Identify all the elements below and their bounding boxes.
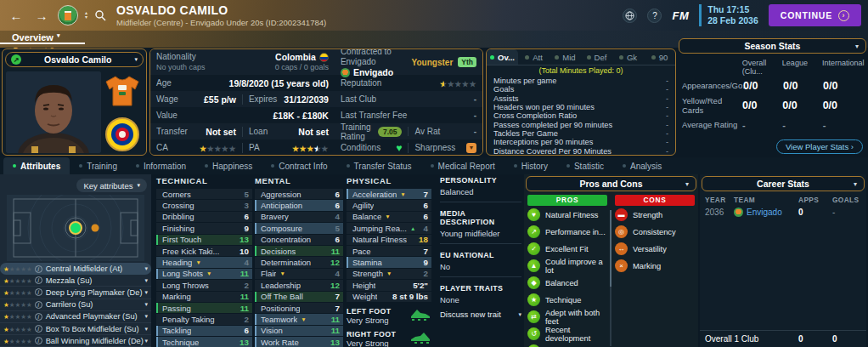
club-crest-icon[interactable] bbox=[58, 5, 78, 26]
con-icon: ◎ bbox=[615, 225, 628, 238]
view-player-stats-button[interactable]: View Player Stats › bbox=[776, 139, 863, 154]
con-item: ▬ Strength bbox=[615, 207, 695, 223]
role-row[interactable]: Mezzala (Su) ▾ bbox=[0, 275, 151, 287]
info-icon[interactable] bbox=[35, 325, 42, 333]
last-club-value: - bbox=[474, 94, 476, 104]
quick-stats-tab[interactable]: 90 bbox=[644, 49, 675, 65]
continue-button[interactable]: CONTINUE › bbox=[769, 4, 861, 26]
tab-dot-icon bbox=[525, 55, 529, 60]
physical-title: PHYSICAL bbox=[347, 176, 431, 189]
chevron-down-icon: ▾ bbox=[134, 56, 138, 63]
secondary-tab[interactable]: Statistic bbox=[557, 157, 613, 174]
profile-column: PERSONALITY Balanced MEDIA DESCRIPTION Y… bbox=[440, 176, 521, 319]
pros-cons-dropdown[interactable]: Pros and Cons ▾ bbox=[526, 176, 696, 191]
physical-attributes: PHYSICAL Acceleration ▼ 7 Agility 6 Bala… bbox=[347, 176, 431, 347]
top-bar: ← → ▴▾ OSVALDO CAMILO Midfielder (Centre… bbox=[0, 0, 868, 31]
expires-label: Expires bbox=[249, 94, 277, 104]
quick-stats-tab[interactable]: Ov... bbox=[487, 49, 518, 65]
nav-tab[interactable]: Overview ▾ bbox=[0, 31, 85, 44]
player-name-dropdown[interactable]: ↗ Osvaldo Camilo ▾ bbox=[5, 52, 144, 67]
role-row[interactable]: Advanced Playmaker (Su) ▾ bbox=[0, 311, 151, 323]
chevron-down-icon: ▾ bbox=[855, 43, 859, 50]
chevron-down-icon[interactable]: ▾ bbox=[144, 277, 148, 284]
info-icon[interactable] bbox=[35, 276, 42, 284]
attribute-name: Free Kick Taki... bbox=[162, 247, 219, 256]
attribute-name: Jumping Rea... bbox=[352, 224, 407, 233]
discuss-new-trait-dropdown[interactable]: Discuss new trait ▾ bbox=[440, 310, 521, 319]
role-row[interactable]: Central Midfielder (At) ▾ bbox=[0, 263, 151, 275]
player-stepper[interactable]: ▴▾ bbox=[85, 11, 87, 20]
positions-panel: Key attributes ▾ bbox=[0, 174, 151, 347]
quick-stat-label: Interceptions per 90 minutes bbox=[493, 138, 593, 146]
info-icon[interactable] bbox=[35, 265, 42, 273]
chevron-down-icon[interactable]: ▾ bbox=[144, 338, 148, 344]
secondary-tab[interactable]: Analysis bbox=[613, 157, 671, 174]
scrollbar[interactable] bbox=[610, 210, 612, 346]
quick-stat-value: - bbox=[666, 85, 668, 94]
secondary-tab[interactable]: Information bbox=[127, 157, 195, 174]
info-icon[interactable] bbox=[35, 313, 42, 321]
attribute-row: Natural Fitness 18 bbox=[347, 235, 431, 245]
secondary-tab[interactable]: History bbox=[504, 157, 557, 174]
page-title: OSVALDO CAMILO bbox=[116, 3, 326, 17]
attribute-value: 11 bbox=[331, 315, 340, 324]
key-attributes-dropdown[interactable]: Key attributes ▾ bbox=[76, 179, 147, 192]
secondary-tab[interactable]: Medical Report bbox=[421, 157, 504, 174]
forward-arrow-icon[interactable]: → bbox=[32, 9, 51, 23]
quick-stats-panel: Ov... Att Mid Def bbox=[486, 48, 676, 156]
attribute-name: Acceleration bbox=[352, 190, 397, 199]
tab-dot-icon bbox=[566, 164, 570, 168]
role-row[interactable]: Deep Lying Playmaker (De) ▾ bbox=[0, 287, 151, 299]
help-icon[interactable]: ? bbox=[647, 9, 662, 23]
mental-title: MENTAL bbox=[255, 176, 343, 189]
quick-stats-tab[interactable]: Gk bbox=[612, 49, 644, 65]
chevron-down-icon[interactable]: ▾ bbox=[144, 265, 148, 272]
season-stats-dropdown[interactable]: Season Stats ▾ bbox=[679, 38, 866, 54]
secondary-tab[interactable]: Training bbox=[70, 157, 127, 174]
role-row[interactable]: Box To Box Midfielder (Su) ▾ bbox=[0, 323, 151, 335]
secondary-tab-label: Attributes bbox=[20, 162, 60, 171]
secondary-tab[interactable]: Contract Info bbox=[262, 157, 336, 174]
player-panel: ↗ Osvaldo Camilo ▾ bbox=[2, 48, 147, 156]
role-row[interactable]: Carrilero (Su) ▾ bbox=[0, 299, 151, 311]
search-icon[interactable] bbox=[94, 9, 106, 21]
transfer-status-value: Not set bbox=[206, 127, 236, 137]
career-team-link[interactable]: Envigado bbox=[734, 208, 798, 217]
attribute-row: Passing 11 bbox=[156, 303, 252, 313]
discuss-new-trait-label: Discuss new trait bbox=[440, 310, 501, 319]
chevron-down-icon[interactable]: ▾ bbox=[144, 301, 148, 308]
continue-label: CONTINUE bbox=[781, 10, 832, 20]
secondary-tab[interactable]: Happiness bbox=[195, 157, 262, 174]
chevron-down-icon[interactable]: ▾ bbox=[144, 289, 148, 296]
role-row[interactable]: Ball Winning Midfielder (De) ▾ bbox=[0, 335, 151, 347]
attribute-value: 7 bbox=[424, 247, 428, 256]
attribute-value: 11 bbox=[331, 247, 340, 256]
info-icon[interactable] bbox=[35, 288, 42, 296]
attribute-name: Concentration bbox=[261, 235, 311, 244]
back-arrow-icon[interactable]: ← bbox=[7, 9, 25, 23]
attribute-value: 6 bbox=[424, 212, 428, 221]
chevron-down-icon[interactable]: ▾ bbox=[144, 313, 148, 320]
season-stat-overall: 0/0 bbox=[742, 100, 782, 111]
squad-status: Youngster bbox=[412, 58, 454, 67]
quick-stats-tab[interactable]: Def bbox=[581, 49, 612, 65]
chevron-down-icon[interactable]: ▾ bbox=[144, 326, 148, 333]
quick-stats-tab[interactable]: Mid bbox=[550, 49, 581, 65]
attribute-name: Stamina bbox=[352, 258, 382, 267]
secondary-tab[interactable]: Transfer Status bbox=[337, 157, 421, 174]
scrollbar-thumb[interactable] bbox=[610, 210, 612, 287]
attribute-name: Finishing bbox=[162, 224, 194, 233]
quick-stats-tab[interactable]: Att bbox=[518, 49, 550, 65]
season-stat-league: 0/0 bbox=[783, 80, 823, 92]
attribute-name: First Touch bbox=[162, 235, 201, 244]
info-icon[interactable] bbox=[35, 301, 42, 309]
globe-icon[interactable] bbox=[623, 9, 637, 23]
career-stats-dropdown[interactable]: Career Stats ▾ bbox=[702, 176, 865, 191]
secondary-tab[interactable]: Attributes bbox=[3, 157, 70, 174]
last-club-row: Last Club - bbox=[335, 91, 482, 107]
season-stat-overall: - bbox=[742, 120, 782, 130]
fm-logo: FM bbox=[672, 9, 689, 22]
info-icon[interactable] bbox=[35, 337, 42, 344]
attribute-row: Corners 5 bbox=[156, 189, 252, 199]
value-label: Value bbox=[156, 111, 178, 120]
